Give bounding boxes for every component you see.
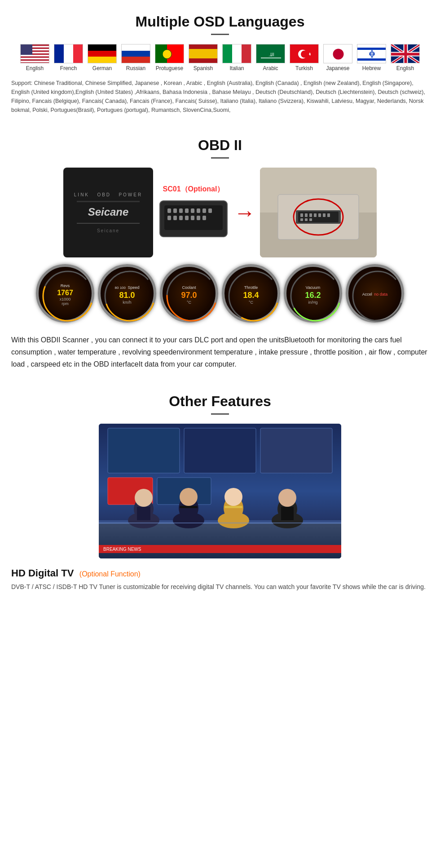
svg-rect-50 [197,216,200,220]
svg-rect-64 [300,218,303,221]
hd-tv-description: DVB-T / ATSC / ISDB-T HD TV Tuner is cus… [11,582,429,592]
flag-uk [391,44,420,63]
svg-rect-98 [224,506,242,508]
flag-item-turkish: Turkish [287,44,321,71]
gauges-row: Revs 1767 x1000rpm 80 100 Speed 81.0 km/… [9,264,431,323]
tv-scene-svg: BREAKING NEWS [99,424,341,558]
flag-es [189,44,218,63]
svg-rect-5 [21,58,49,59]
svg-text:BREAKING NEWS: BREAKING NEWS [103,547,141,552]
svg-rect-58 [305,213,308,217]
svg-point-20 [333,49,344,60]
svg-point-93 [180,488,198,506]
gauge-accel-arc [348,267,407,325]
flag-item-arabic: اللہ Arabic [254,44,287,71]
sa-flag-svg: اللہ [256,44,285,63]
hd-tv-optional: (Optional Function) [79,570,141,578]
svg-point-10 [163,50,172,59]
svg-rect-46 [173,216,177,220]
svg-rect-43 [202,208,206,213]
flag-pt [155,44,184,63]
obd-images-row: LINK OBD POWER Seicane Seicane SC01（Opti… [9,168,431,257]
obd-port-image [260,168,377,257]
svg-rect-65 [305,218,308,221]
flag-ru [121,44,150,63]
other-features-section: Other Features [0,384,440,603]
connector-svg [158,199,229,239]
flag-label-arabic: Arabic [263,65,278,71]
svg-point-101 [278,489,296,507]
svg-point-97 [224,488,242,506]
uk-flag-svg [391,44,420,63]
gauge-speed: 80 100 Speed 81.0 km/h [98,264,156,323]
gauge-coolant: Coolant 97.0 °C [160,264,218,323]
flag-item-french: French [52,44,85,71]
obd-title: OBD II [9,137,431,154]
obd-optional-box: SC01（Optional） [158,185,229,241]
gauge-throttle-arc [224,267,283,325]
title-divider [211,34,229,35]
svg-rect-48 [185,216,189,220]
obd-description: With this OBDII Scanner , you can connec… [9,329,431,380]
obd-title-divider [211,157,229,159]
jp-flag-svg [324,44,352,63]
flag-label-russian: Russian [126,65,145,71]
flag-item-portuguese: Protuguese [153,44,186,71]
device-brand: Seicane [88,206,129,218]
device-line2 [77,223,140,224]
support-text: Support: Chinese Traditional, Chinese Si… [9,74,431,119]
flag-item-german: German [85,44,119,71]
svg-rect-103 [99,523,341,523]
svg-rect-59 [309,213,312,217]
svg-rect-7 [21,44,32,55]
flag-label-english-uk: English [396,65,414,71]
other-features-title: Other Features [9,393,431,410]
svg-point-78 [353,271,402,321]
flag-label-portuguese: Protuguese [156,65,183,71]
flag-item-russian: Russian [119,44,153,71]
gauge-revs: Revs 1767 x1000rpm [36,264,94,323]
svg-rect-42 [197,208,200,213]
svg-rect-41 [191,208,194,213]
flags-row: English French German Russian [9,44,431,71]
gauge-throttle: Throttle 18.4 °C [222,264,280,323]
pt-flag-svg [155,44,184,63]
gauge-coolant-arc [163,267,221,325]
svg-rect-44 [208,208,212,213]
svg-rect-23 [357,58,386,61]
svg-rect-49 [191,216,194,220]
flag-label-italian: Italian [229,65,244,71]
other-title-divider [211,413,229,415]
flag-tr [290,44,319,63]
gauge-vacuum-arc [286,267,345,325]
svg-rect-57 [300,213,303,217]
svg-rect-47 [179,216,183,220]
flag-label-german: German [92,65,112,71]
flag-label-french: French [60,65,77,71]
svg-rect-51 [202,216,206,220]
svg-rect-81 [184,428,256,473]
arrow-right: → [234,200,255,225]
gauge-speed-arc [101,267,159,325]
flag-us [20,44,49,63]
svg-rect-39 [179,208,183,213]
svg-rect-80 [108,428,180,473]
gauge-revs-arc [39,267,97,325]
tv-image: BREAKING NEWS [99,424,341,558]
svg-rect-56 [298,212,339,222]
flag-jp [323,44,352,63]
svg-rect-22 [357,48,386,50]
obd-section: OBD II LINK OBD POWER Seicane Seicane SC… [0,128,440,384]
flag-sa: اللہ [256,44,285,63]
device-top-text: LINK OBD POWER [74,192,142,197]
languages-title: Multiple OSD Languages [9,13,431,30]
languages-section: Multiple OSD Languages English [0,0,440,128]
svg-rect-66 [309,218,312,221]
svg-rect-38 [173,208,177,213]
flag-item-english-uk: English [388,44,422,71]
svg-rect-61 [318,213,321,217]
flag-de [88,44,117,63]
flag-label-spanish: Spanish [194,65,213,71]
flag-label-turkish: Turkish [295,65,313,71]
svg-rect-82 [260,428,332,473]
